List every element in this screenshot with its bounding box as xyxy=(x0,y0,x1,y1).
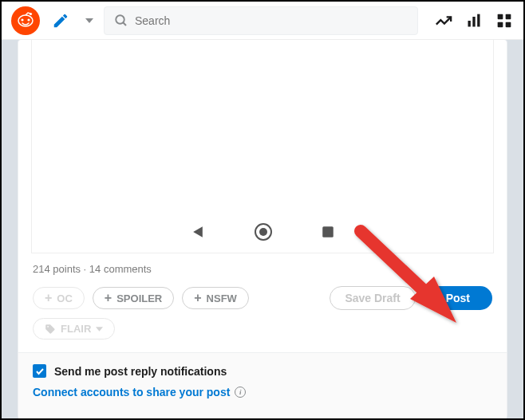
connect-accounts-link[interactable]: Connect accounts to share your post i xyxy=(33,386,246,398)
svg-rect-15 xyxy=(322,226,334,237)
plus-icon: + xyxy=(194,292,201,304)
tag-icon xyxy=(45,324,56,335)
post-button[interactable]: Post xyxy=(424,286,492,310)
chevron-down-icon xyxy=(96,327,103,332)
connect-accounts-label: Connect accounts to share your post xyxy=(33,386,230,398)
apps-icon[interactable] xyxy=(495,11,514,30)
submit-buttons: Save Draft Post xyxy=(330,286,492,310)
svg-point-4 xyxy=(116,15,124,24)
create-post-icon[interactable] xyxy=(46,6,75,35)
reply-notifications-label: Send me post reply notifications xyxy=(54,365,227,378)
svg-point-1 xyxy=(27,18,30,21)
svg-rect-8 xyxy=(477,14,480,26)
checkbox-checked-icon xyxy=(33,364,46,378)
play-previous-icon[interactable] xyxy=(190,224,206,243)
search-input[interactable] xyxy=(135,14,408,27)
plus-icon: + xyxy=(45,292,52,304)
svg-rect-12 xyxy=(506,22,511,27)
flair-row: FLAIR xyxy=(18,318,507,352)
nsfw-tag-button[interactable]: + NSFW xyxy=(182,287,249,309)
svg-rect-9 xyxy=(498,14,503,19)
info-icon: i xyxy=(235,387,246,398)
svg-point-0 xyxy=(21,18,23,21)
media-controls xyxy=(32,222,493,245)
flair-tag-button: FLAIR xyxy=(33,318,115,340)
trending-icon[interactable] xyxy=(434,11,453,30)
tag-row: + OC + SPOILER + NSFW Save Draft Post xyxy=(18,286,507,318)
svg-rect-10 xyxy=(506,14,511,19)
flair-tag-label: FLAIR xyxy=(61,323,91,335)
dropdown-caret-icon[interactable] xyxy=(81,18,97,23)
svg-line-5 xyxy=(123,22,126,26)
svg-rect-6 xyxy=(468,21,471,27)
reddit-logo-icon[interactable] xyxy=(11,6,40,35)
app-header xyxy=(2,2,523,40)
svg-point-14 xyxy=(259,228,267,236)
header-actions xyxy=(434,11,514,30)
save-draft-button[interactable]: Save Draft xyxy=(330,286,415,310)
svg-rect-7 xyxy=(472,17,475,27)
search-bar[interactable] xyxy=(104,6,418,35)
oc-tag-label: OC xyxy=(57,292,73,304)
spoiler-tag-label: SPOILER xyxy=(116,292,162,304)
post-stats: 214 points · 14 comments xyxy=(18,253,507,286)
reply-notifications-checkbox[interactable]: Send me post reply notifications xyxy=(33,364,492,378)
page-body: 214 points · 14 comments + OC + SPOILER … xyxy=(2,40,523,418)
stats-icon[interactable] xyxy=(464,11,484,30)
oc-tag-button: + OC xyxy=(33,287,85,309)
svg-rect-11 xyxy=(498,22,503,27)
plus-icon: + xyxy=(105,292,112,304)
nsfw-tag-label: NSFW xyxy=(207,292,237,304)
stop-icon[interactable] xyxy=(321,225,335,242)
spoiler-tag-button[interactable]: + SPOILER xyxy=(93,287,174,309)
media-preview-area xyxy=(31,40,494,253)
record-icon[interactable] xyxy=(254,222,273,245)
post-composer: 214 points · 14 comments + OC + SPOILER … xyxy=(18,40,507,418)
search-icon xyxy=(114,14,128,28)
notifications-section: Send me post reply notifications Connect… xyxy=(18,352,507,418)
